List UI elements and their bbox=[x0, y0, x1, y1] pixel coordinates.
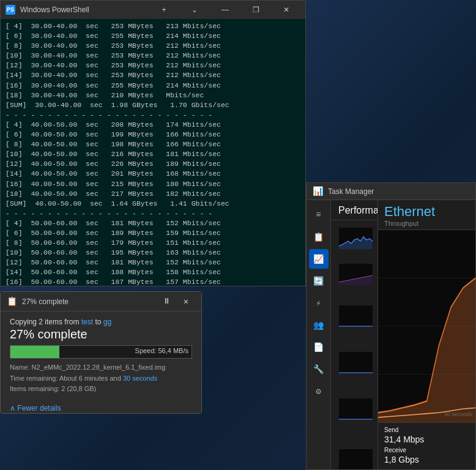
ps-line: [ 6] 30.00-40.00 sec 255 MBytes 214 Mbit… bbox=[6, 31, 300, 41]
svg-rect-10 bbox=[339, 449, 373, 470]
fewer-details-button[interactable]: ∧ Fewer details bbox=[10, 404, 192, 412]
powershell-window: PS Windows PowerShell + ⌄ — ❐ ✕ [ 4] 30.… bbox=[0, 0, 306, 286]
detail-chart: 30 seconds bbox=[378, 230, 475, 422]
detail-header: Ethernet Throughput bbox=[378, 200, 475, 230]
tm-sidebar: ≡📋📈🔄⚡👥📄🔧⚙ bbox=[307, 200, 331, 469]
sidebar-item-app-history[interactable]: 🔄 bbox=[309, 271, 329, 291]
ps-line: [ 8] 30.00-40.00 sec 253 MBytes 212 Mbit… bbox=[6, 41, 300, 51]
ps-line: [16] 50.00-60.00 sec 187 MBytes 157 Mbit… bbox=[6, 277, 300, 286]
tm-icon: 📊 bbox=[313, 186, 323, 196]
sidebar-item-performance[interactable]: 📈 bbox=[309, 249, 329, 269]
detail-send-label: Send bbox=[384, 427, 469, 433]
copy-speed-label: Speed: 56,4 MB/s bbox=[135, 347, 188, 354]
copy-source-link[interactable]: test bbox=[81, 318, 93, 326]
task-manager: 📊 Task Manager ≡📋📈🔄⚡👥📄🔧⚙ Performance CPU… bbox=[306, 182, 476, 470]
powershell-content: [ 4] 30.00-40.00 sec 253 MBytes 213 Mbit… bbox=[1, 19, 305, 286]
tm-title: Task Manager bbox=[328, 187, 469, 196]
sidebar-item-users[interactable]: 👥 bbox=[309, 315, 329, 335]
copy-destination-link[interactable]: gg bbox=[103, 318, 111, 326]
copy-name-line: Name: N2_eMMc_2022.12.28_kernel_6.1_fixe… bbox=[10, 362, 192, 373]
sidebar-item-startup[interactable]: ⚡ bbox=[309, 293, 329, 313]
ps-window-controls: + ⌄ — ❐ ✕ bbox=[150, 1, 300, 19]
perf-graph-disk bbox=[339, 305, 373, 327]
ps-line: [14] 30.00-40.00 sec 253 MBytes 212 Mbit… bbox=[6, 70, 300, 80]
ps-line: [10] 40.00-50.00 sec 216 MBytes 181 Mbit… bbox=[6, 149, 300, 159]
detail-title: Ethernet bbox=[384, 205, 469, 218]
ps-dropdown-button[interactable]: ⌄ bbox=[180, 1, 209, 19]
ps-line: [16] 40.00-50.00 sec 215 MBytes 180 Mbit… bbox=[6, 179, 300, 189]
perf-item-disk-3-c-e-[interactable]: Disk 3 (C: E:)SSD0% bbox=[331, 432, 377, 469]
perf-graph-memory bbox=[339, 264, 373, 285]
ps-line: [10] 30.00-40.00 sec 253 MBytes 212 Mbit… bbox=[6, 51, 300, 61]
copy-items-line: Items remaining: 2 (20,8 GB) bbox=[10, 384, 192, 395]
ps-line: [18] 30.00-40.00 sec 210 MBytes Mbits/se… bbox=[6, 91, 300, 100]
tm-titlebar: 📊 Task Manager bbox=[307, 183, 475, 200]
detail-send-value: 31,4 Mbps bbox=[384, 435, 469, 444]
copy-dialog-content: Copying 2 items from test to gg 27% comp… bbox=[1, 311, 201, 401]
svg-rect-4 bbox=[339, 305, 373, 327]
copy-close-button[interactable]: ✕ bbox=[177, 293, 195, 310]
ps-line: [SUM] 30.00-40.00 sec 1.98 GBytes 1.70 G… bbox=[6, 100, 300, 110]
sidebar-item-menu[interactable]: ≡ bbox=[309, 205, 329, 225]
ps-line: - - - - - - - - - - - - - - - - - - - - … bbox=[6, 209, 300, 218]
perf-graph-disk bbox=[339, 449, 373, 470]
perf-title: Performance bbox=[338, 205, 370, 216]
ps-line: [ 4] 40.00-50.00 sec 208 MBytes 174 Mbit… bbox=[6, 120, 300, 130]
ps-line: - - - - - - - - - - - - - - - - - - - - … bbox=[6, 110, 300, 120]
tm-detail-panel: Ethernet Throughput 30 seconds bbox=[377, 200, 475, 469]
ps-line: [ 8] 50.00-60.00 sec 179 MBytes 151 Mbit… bbox=[6, 238, 300, 248]
svg-rect-8 bbox=[339, 398, 373, 420]
detail-subtitle: Throughput bbox=[384, 220, 469, 227]
perf-item-cpu[interactable]: CPU16% 4,71 GHz bbox=[331, 220, 377, 256]
powershell-icon: PS bbox=[6, 5, 15, 15]
tm-performance-list: Performance CPU16% 4,71 GHz Memory10,8/3… bbox=[331, 200, 377, 469]
perf-graph-disk bbox=[339, 398, 373, 420]
perf-item-memory[interactable]: Memory10,8/31,9 GB (34%) bbox=[331, 256, 377, 293]
ps-add-tab-button[interactable]: + bbox=[150, 1, 178, 19]
sidebar-item-details[interactable]: 📄 bbox=[309, 337, 329, 357]
copy-dialog-controls: ⏸ ✕ bbox=[157, 293, 195, 310]
ps-line: [16] 30.00-40.00 sec 255 MBytes 214 Mbit… bbox=[6, 81, 300, 91]
copy-dialog-icon: 📋 bbox=[7, 296, 17, 307]
ps-close-button[interactable]: ✕ bbox=[272, 1, 300, 19]
tm-body: ≡📋📈🔄⚡👥📄🔧⚙ Performance CPU16% 4,71 GHz Me… bbox=[307, 200, 475, 469]
copy-to-label: to bbox=[95, 318, 103, 326]
perf-header: Performance bbox=[331, 200, 377, 220]
ps-minimize-button[interactable]: — bbox=[211, 1, 239, 19]
detail-receive-value: 1,8 Gbps bbox=[384, 455, 469, 464]
svg-rect-6 bbox=[339, 352, 373, 373]
detail-time-label: 30 seconds bbox=[444, 411, 472, 417]
perf-item-disk-0-d-[interactable]: Disk 0 (D:)SSD0% bbox=[331, 293, 377, 339]
ps-line: [ 6] 40.00-50.00 sec 199 MBytes 166 Mbit… bbox=[6, 130, 300, 140]
copy-pause-button[interactable]: ⏸ bbox=[157, 293, 176, 310]
ps-line: [18] 40.00-50.00 sec 217 MBytes 182 Mbit… bbox=[6, 189, 300, 199]
sidebar-item-settings[interactable]: ⚙ bbox=[309, 381, 329, 401]
copy-header: Copying 2 items from test to gg bbox=[10, 318, 192, 326]
ps-line: [12] 30.00-40.00 sec 253 MBytes 212 Mbit… bbox=[6, 61, 300, 70]
powershell-title: Windows PowerShell bbox=[20, 6, 145, 14]
copy-progress-container: Speed: 56,4 MB/s bbox=[10, 345, 192, 359]
ps-line: [14] 40.00-50.00 sec 201 MBytes 168 Mbit… bbox=[6, 169, 300, 179]
sidebar-item-processes[interactable]: 📋 bbox=[309, 227, 329, 247]
ps-line: [12] 40.00-50.00 sec 226 MBytes 189 Mbit… bbox=[6, 159, 300, 169]
ps-line: [ 4] 30.00-40.00 sec 253 MBytes 213 Mbit… bbox=[6, 21, 300, 31]
copy-time-line: Time remaining: About 6 minutes and 30 s… bbox=[10, 373, 192, 384]
ps-line: [ 6] 50.00-60.00 sec 189 MBytes 159 Mbit… bbox=[6, 228, 300, 238]
ps-line: [14] 50.00-60.00 sec 188 MBytes 158 Mbit… bbox=[6, 267, 300, 277]
detail-receive-label: Receive bbox=[384, 447, 469, 453]
perf-item-disk-1-f-[interactable]: Disk 1 (F:)HDD0% bbox=[331, 339, 377, 386]
perf-item-disk-2-g-[interactable]: Disk 2 (G:)HDD0% bbox=[331, 386, 377, 432]
perf-graph-disk bbox=[339, 352, 373, 373]
ps-line: [ 4] 50.00-60.00 sec 181 MBytes 152 Mbit… bbox=[6, 218, 300, 228]
ps-line: [10] 50.00-60.00 sec 195 MBytes 163 Mbit… bbox=[6, 248, 300, 258]
copy-progress-bar bbox=[10, 346, 59, 358]
copy-dialog-footer: ∧ Fewer details bbox=[1, 401, 201, 417]
sidebar-item-services[interactable]: 🔧 bbox=[309, 359, 329, 379]
copy-dialog-title: 27% complete bbox=[22, 297, 152, 306]
detail-footer: Send 31,4 Mbps Receive 1,8 Gbps bbox=[378, 422, 475, 469]
ps-line: [SUM] 40.00-50.00 sec 1.64 GBytes 1.41 G… bbox=[6, 199, 300, 209]
copy-dialog: 📋 27% complete ⏸ ✕ Copying 2 items from … bbox=[0, 291, 202, 414]
ps-maximize-button[interactable]: ❐ bbox=[242, 1, 270, 19]
perf-graph-cpu bbox=[339, 228, 373, 249]
ps-line: [ 8] 40.00-50.00 sec 198 MBytes 166 Mbit… bbox=[6, 140, 300, 149]
